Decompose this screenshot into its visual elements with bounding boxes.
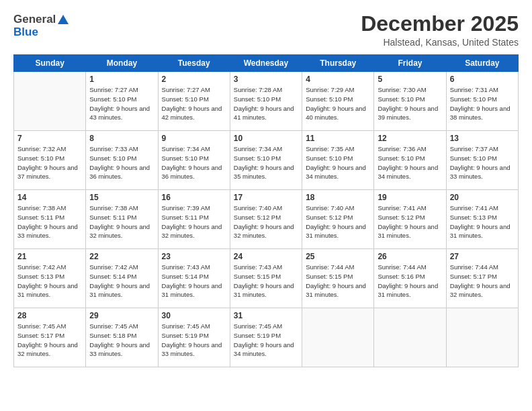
day-number: 13 bbox=[450, 134, 515, 143]
main-title: December 2025 bbox=[361, 12, 519, 36]
day-number: 23 bbox=[162, 252, 226, 261]
day-cell: 14Sunrise: 7:38 AMSunset: 5:11 PMDayligh… bbox=[14, 190, 86, 249]
header-thursday: Thursday bbox=[302, 55, 374, 72]
day-number: 8 bbox=[89, 134, 154, 143]
day-cell: 19Sunrise: 7:41 AMSunset: 5:12 PMDayligh… bbox=[374, 190, 446, 249]
day-number: 5 bbox=[378, 75, 442, 84]
day-cell: 27Sunrise: 7:44 AMSunset: 5:17 PMDayligh… bbox=[446, 249, 518, 308]
day-info: Sunrise: 7:41 AMSunset: 5:12 PMDaylight:… bbox=[378, 204, 438, 239]
svg-marker-0 bbox=[58, 15, 69, 24]
logo-general-text: General bbox=[13, 13, 56, 26]
day-cell: 1Sunrise: 7:27 AMSunset: 5:10 PMDaylight… bbox=[86, 72, 158, 131]
header-tuesday: Tuesday bbox=[158, 55, 230, 72]
day-cell: 20Sunrise: 7:41 AMSunset: 5:13 PMDayligh… bbox=[446, 190, 518, 249]
day-info: Sunrise: 7:27 AMSunset: 5:10 PMDaylight:… bbox=[89, 86, 150, 121]
day-info: Sunrise: 7:31 AMSunset: 5:10 PMDaylight:… bbox=[450, 86, 511, 121]
day-info: Sunrise: 7:43 AMSunset: 5:15 PMDaylight:… bbox=[234, 263, 294, 298]
day-number: 22 bbox=[89, 252, 154, 261]
day-cell: 25Sunrise: 7:44 AMSunset: 5:15 PMDayligh… bbox=[302, 249, 374, 308]
day-cell bbox=[302, 308, 374, 367]
day-cell: 31Sunrise: 7:45 AMSunset: 5:19 PMDayligh… bbox=[230, 308, 302, 367]
week-row-3: 14Sunrise: 7:38 AMSunset: 5:11 PMDayligh… bbox=[14, 190, 519, 249]
header: General Blue December 2025 Halstead, Kan… bbox=[13, 12, 519, 48]
day-number: 2 bbox=[162, 75, 226, 84]
day-number: 18 bbox=[306, 193, 370, 202]
header-wednesday: Wednesday bbox=[230, 55, 302, 72]
day-info: Sunrise: 7:32 AMSunset: 5:10 PMDaylight:… bbox=[17, 145, 78, 180]
header-sunday: Sunday bbox=[14, 55, 86, 72]
day-number: 14 bbox=[17, 193, 82, 202]
day-info: Sunrise: 7:42 AMSunset: 5:14 PMDaylight:… bbox=[89, 263, 150, 298]
calendar: Sunday Monday Tuesday Wednesday Thursday… bbox=[13, 54, 519, 367]
day-info: Sunrise: 7:37 AMSunset: 5:10 PMDaylight:… bbox=[450, 145, 511, 180]
day-number: 7 bbox=[17, 134, 82, 143]
day-cell: 3Sunrise: 7:28 AMSunset: 5:10 PMDaylight… bbox=[230, 72, 302, 131]
day-info: Sunrise: 7:34 AMSunset: 5:10 PMDaylight:… bbox=[234, 145, 294, 180]
day-cell: 10Sunrise: 7:34 AMSunset: 5:10 PMDayligh… bbox=[230, 131, 302, 190]
day-info: Sunrise: 7:34 AMSunset: 5:10 PMDaylight:… bbox=[162, 145, 222, 180]
day-cell: 8Sunrise: 7:33 AMSunset: 5:10 PMDaylight… bbox=[86, 131, 158, 190]
header-saturday: Saturday bbox=[446, 55, 518, 72]
day-info: Sunrise: 7:39 AMSunset: 5:11 PMDaylight:… bbox=[162, 204, 222, 239]
day-cell: 30Sunrise: 7:45 AMSunset: 5:19 PMDayligh… bbox=[158, 308, 230, 367]
day-cell: 18Sunrise: 7:40 AMSunset: 5:12 PMDayligh… bbox=[302, 190, 374, 249]
day-cell: 29Sunrise: 7:45 AMSunset: 5:18 PMDayligh… bbox=[86, 308, 158, 367]
day-info: Sunrise: 7:45 AMSunset: 5:17 PMDaylight:… bbox=[17, 322, 78, 357]
day-number: 6 bbox=[450, 75, 515, 84]
week-row-2: 7Sunrise: 7:32 AMSunset: 5:10 PMDaylight… bbox=[14, 131, 519, 190]
day-number: 28 bbox=[17, 311, 82, 320]
day-cell: 9Sunrise: 7:34 AMSunset: 5:10 PMDaylight… bbox=[158, 131, 230, 190]
day-number: 25 bbox=[306, 252, 370, 261]
day-info: Sunrise: 7:33 AMSunset: 5:10 PMDaylight:… bbox=[89, 145, 150, 180]
day-number: 29 bbox=[89, 311, 154, 320]
day-info: Sunrise: 7:36 AMSunset: 5:10 PMDaylight:… bbox=[378, 145, 438, 180]
day-cell: 7Sunrise: 7:32 AMSunset: 5:10 PMDaylight… bbox=[14, 131, 86, 190]
day-number: 3 bbox=[234, 75, 298, 84]
day-info: Sunrise: 7:40 AMSunset: 5:12 PMDaylight:… bbox=[306, 204, 366, 239]
day-info: Sunrise: 7:41 AMSunset: 5:13 PMDaylight:… bbox=[450, 204, 511, 239]
day-number: 31 bbox=[234, 311, 298, 320]
day-cell: 15Sunrise: 7:38 AMSunset: 5:11 PMDayligh… bbox=[86, 190, 158, 249]
day-number: 24 bbox=[234, 252, 298, 261]
day-info: Sunrise: 7:44 AMSunset: 5:16 PMDaylight:… bbox=[378, 263, 438, 298]
day-cell: 21Sunrise: 7:42 AMSunset: 5:13 PMDayligh… bbox=[14, 249, 86, 308]
logo-blue-text: Blue bbox=[13, 26, 38, 39]
day-number: 12 bbox=[378, 134, 442, 143]
day-info: Sunrise: 7:45 AMSunset: 5:18 PMDaylight:… bbox=[89, 322, 150, 357]
day-info: Sunrise: 7:45 AMSunset: 5:19 PMDaylight:… bbox=[234, 322, 294, 357]
header-monday: Monday bbox=[86, 55, 158, 72]
day-cell: 2Sunrise: 7:27 AMSunset: 5:10 PMDaylight… bbox=[158, 72, 230, 131]
day-cell: 13Sunrise: 7:37 AMSunset: 5:10 PMDayligh… bbox=[446, 131, 518, 190]
day-cell: 22Sunrise: 7:42 AMSunset: 5:14 PMDayligh… bbox=[86, 249, 158, 308]
day-number: 20 bbox=[450, 193, 515, 202]
day-cell bbox=[446, 308, 518, 367]
subtitle: Halstead, Kansas, United States bbox=[361, 37, 519, 48]
day-cell bbox=[374, 308, 446, 367]
day-number: 9 bbox=[162, 134, 226, 143]
day-number: 1 bbox=[89, 75, 154, 84]
day-info: Sunrise: 7:38 AMSunset: 5:11 PMDaylight:… bbox=[17, 204, 78, 239]
week-row-5: 28Sunrise: 7:45 AMSunset: 5:17 PMDayligh… bbox=[14, 308, 519, 367]
day-info: Sunrise: 7:28 AMSunset: 5:10 PMDaylight:… bbox=[234, 86, 294, 121]
day-number: 4 bbox=[306, 75, 370, 84]
day-number: 30 bbox=[162, 311, 226, 320]
logo: General Blue bbox=[13, 12, 69, 39]
day-number: 11 bbox=[306, 134, 370, 143]
day-number: 10 bbox=[234, 134, 298, 143]
header-friday: Friday bbox=[374, 55, 446, 72]
day-info: Sunrise: 7:35 AMSunset: 5:10 PMDaylight:… bbox=[306, 145, 366, 180]
day-cell: 28Sunrise: 7:45 AMSunset: 5:17 PMDayligh… bbox=[14, 308, 86, 367]
day-cell: 12Sunrise: 7:36 AMSunset: 5:10 PMDayligh… bbox=[374, 131, 446, 190]
day-info: Sunrise: 7:29 AMSunset: 5:10 PMDaylight:… bbox=[306, 86, 366, 121]
page: General Blue December 2025 Halstead, Kan… bbox=[0, 0, 532, 411]
day-cell: 6Sunrise: 7:31 AMSunset: 5:10 PMDaylight… bbox=[446, 72, 518, 131]
day-number: 21 bbox=[17, 252, 82, 261]
week-row-4: 21Sunrise: 7:42 AMSunset: 5:13 PMDayligh… bbox=[14, 249, 519, 308]
day-info: Sunrise: 7:43 AMSunset: 5:14 PMDaylight:… bbox=[162, 263, 222, 298]
logo-triangle-icon bbox=[58, 13, 69, 27]
day-cell: 11Sunrise: 7:35 AMSunset: 5:10 PMDayligh… bbox=[302, 131, 374, 190]
day-info: Sunrise: 7:27 AMSunset: 5:10 PMDaylight:… bbox=[162, 86, 222, 121]
day-number: 17 bbox=[234, 193, 298, 202]
title-block: December 2025 Halstead, Kansas, United S… bbox=[361, 12, 519, 48]
day-info: Sunrise: 7:44 AMSunset: 5:15 PMDaylight:… bbox=[306, 263, 366, 298]
